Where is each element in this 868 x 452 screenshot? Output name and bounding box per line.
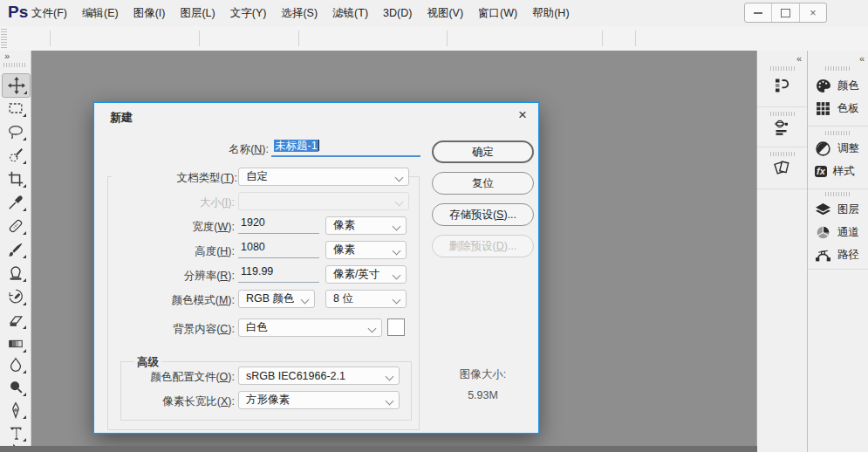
panel-swatches[interactable]: 色板 — [808, 98, 868, 120]
type-icon — [7, 424, 24, 442]
chevron-down-icon — [393, 296, 401, 305]
minimize-button[interactable] — [745, 3, 772, 22]
options-bar-drag-handle[interactable] — [1, 29, 7, 48]
menu-layer[interactable]: 图层(L) — [180, 6, 215, 21]
height-label: 高度(H): — [112, 244, 235, 259]
color-mode-dropdown[interactable]: RGB 颜色 — [238, 290, 315, 308]
panel-paths[interactable]: 路径 — [808, 244, 868, 266]
selected-text: 未标题-1 — [274, 140, 318, 152]
resolution-unit-dropdown[interactable]: 像素/英寸 — [325, 265, 407, 284]
dock-icon-strip: « — [756, 51, 807, 452]
tool-pen[interactable] — [2, 399, 29, 421]
tool-lasso[interactable] — [2, 120, 29, 143]
resolution-input[interactable]: 119.99 — [238, 265, 319, 283]
color-palette-icon — [815, 78, 831, 94]
width-unit-dropdown[interactable]: 像素 — [325, 216, 407, 235]
minimize-icon — [754, 12, 762, 14]
window-controls: × — [744, 3, 827, 23]
panel-color[interactable]: 颜色 — [808, 75, 868, 97]
panel-drag-handle[interactable] — [825, 66, 850, 71]
lasso-icon — [7, 123, 24, 140]
tool-history-brush[interactable] — [2, 285, 29, 308]
panel-drag-handle[interactable] — [770, 152, 795, 156]
height-input[interactable]: 1080 — [238, 241, 319, 258]
tool-options-bar: 自动选择: 组 显示变换控件 3D 模式: 我的工作区 — [0, 26, 868, 51]
panel-drag-handle[interactable] — [825, 131, 850, 135]
tool-rectangular-marquee[interactable] — [2, 97, 29, 120]
chevron-down-icon — [395, 174, 404, 182]
tool-eraser[interactable] — [2, 309, 29, 332]
image-size-value: 5.93M — [432, 389, 534, 401]
libraries-panel-icon[interactable] — [773, 159, 790, 176]
panel-label: 通道 — [837, 225, 859, 240]
ok-button[interactable]: 确定 — [432, 140, 534, 163]
menu-image[interactable]: 图像(I) — [133, 6, 166, 21]
dodge-icon — [7, 379, 24, 396]
tools-drag-handle[interactable] — [3, 63, 26, 67]
tool-crop[interactable] — [2, 168, 29, 190]
dialog-close-icon[interactable]: × — [518, 106, 527, 124]
tool-brush[interactable] — [2, 238, 29, 261]
properties-panel-icon[interactable] — [773, 119, 790, 136]
chevron-down-icon — [393, 247, 401, 256]
panel-adjustments[interactable]: 调整 — [808, 138, 868, 160]
crop-icon — [7, 170, 24, 188]
background-dropdown[interactable]: 白色 — [238, 318, 382, 337]
pixel-aspect-dropdown[interactable]: 方形像素 — [238, 391, 400, 409]
tool-gradient[interactable] — [2, 332, 29, 355]
quick-selection-icon — [7, 147, 24, 164]
expand-panel-icon[interactable]: » — [4, 51, 8, 61]
panel-layers[interactable]: 图层 — [808, 199, 868, 221]
tool-blur[interactable] — [2, 353, 29, 376]
menu-filter[interactable]: 滤镜(T) — [332, 6, 368, 21]
tool-eyedropper[interactable] — [2, 191, 29, 214]
menu-3d[interactable]: 3D(D) — [383, 7, 412, 19]
name-input[interactable]: 未标题-1 — [271, 139, 420, 157]
width-label: 宽度(W): — [112, 220, 235, 235]
tool-quick-selection[interactable] — [2, 144, 29, 167]
menu-type[interactable]: 文字(Y) — [230, 6, 267, 21]
panel-label: 颜色 — [837, 79, 859, 93]
save-preset-button[interactable]: 存储预设(S)... — [432, 203, 534, 226]
chevron-down-icon — [395, 198, 404, 207]
height-unit-dropdown[interactable]: 像素 — [325, 241, 407, 259]
background-label: 背景内容(C): — [112, 322, 235, 337]
close-button[interactable]: × — [800, 3, 826, 22]
menu-edit[interactable]: 编辑(E) — [82, 6, 119, 21]
panel-drag-handle[interactable] — [770, 112, 795, 116]
panel-drag-handle[interactable] — [770, 66, 795, 71]
color-profile-dropdown[interactable]: sRGB IEC61966-2.1 — [238, 366, 400, 385]
tool-clone-stamp[interactable] — [2, 262, 29, 284]
color-mode-label: 颜色模式(M): — [112, 293, 235, 308]
collapse-panels-icon[interactable]: « — [796, 53, 800, 64]
tool-move[interactable] — [2, 73, 31, 98]
maximize-button[interactable] — [772, 3, 799, 22]
menu-select[interactable]: 选择(S) — [281, 6, 318, 21]
dock-panel-strip: « 颜色 色板 调整 fx 样式 图层 通道 路径 — [807, 51, 868, 452]
bit-depth-dropdown[interactable]: 8 位 — [325, 290, 407, 308]
panel-label: 路径 — [837, 248, 859, 263]
clone-stamp-icon — [7, 264, 24, 282]
new-document-dialog: 新建 × 名称(N): 未标题-1 文档类型(T): 自定 大小(I): 宽度(… — [93, 102, 539, 434]
reset-button[interactable]: 复位 — [432, 172, 534, 195]
photoshop-logo: Ps — [8, 3, 28, 22]
menu-file[interactable]: 文件(F) — [31, 6, 67, 21]
menu-window[interactable]: 窗口(W) — [478, 6, 517, 21]
panel-channels[interactable]: 通道 — [808, 222, 868, 243]
menu-help[interactable]: 帮助(H) — [532, 6, 569, 21]
layers-icon — [815, 202, 831, 218]
menu-items: 文件(F) 编辑(E) 图像(I) 图层(L) 文字(Y) 选择(S) 滤镜(T… — [31, 0, 570, 26]
menu-view[interactable]: 视图(V) — [427, 6, 463, 21]
close-icon: × — [810, 7, 816, 19]
width-input[interactable]: 1920 — [238, 216, 319, 234]
image-size-label: 图像大小: — [432, 367, 534, 382]
tool-dodge[interactable] — [2, 376, 29, 399]
history-panel-icon[interactable] — [773, 77, 790, 94]
doc-type-dropdown[interactable]: 自定 — [238, 168, 409, 186]
panel-drag-handle[interactable] — [825, 192, 850, 196]
panel-label: 样式 — [833, 164, 855, 179]
collapse-panels-icon[interactable]: « — [859, 53, 863, 64]
tool-spot-healing-brush[interactable] — [2, 215, 29, 237]
panel-styles[interactable]: fx 样式 — [808, 161, 868, 182]
menu-bar: Ps 文件(F) 编辑(E) 图像(I) 图层(L) 文字(Y) 选择(S) 滤… — [0, 0, 868, 27]
